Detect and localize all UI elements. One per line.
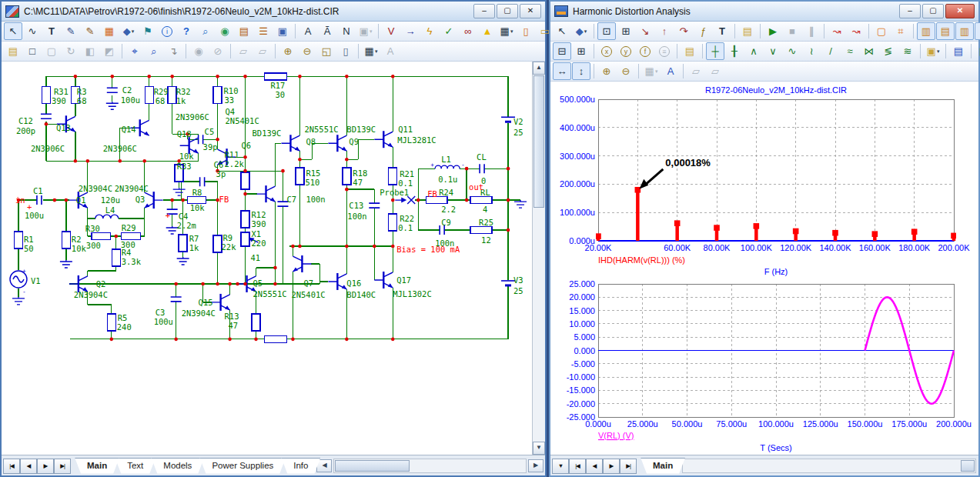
select-region-button[interactable]: ▢ — [872, 22, 891, 40]
analysis-hscroll-thumb[interactable] — [961, 460, 975, 472]
info-button[interactable]: i — [158, 22, 176, 40]
zoom-in-button[interactable]: ⊕ — [597, 62, 616, 80]
go-to-high-button[interactable]: ∿ — [783, 42, 801, 60]
find-next-button[interactable]: ⌕ — [145, 42, 163, 60]
close-button[interactable]: ✕ — [520, 4, 541, 18]
shape-gallery-button[interactable]: ◆▾ — [572, 22, 590, 40]
tab-nav-button-2[interactable]: ◀ — [586, 459, 603, 474]
border-display-button[interactable]: ▯ — [517, 22, 535, 40]
properties-button[interactable]: ▤ — [738, 22, 757, 40]
schematic-titlebar[interactable]: C:\MC11\DATA\Petrov\R1972-06\finish\R197… — [2, 2, 545, 22]
grid-dots-button[interactable]: ▦▾ — [362, 42, 380, 60]
one-curve-button[interactable]: ⊟ — [553, 42, 571, 60]
go-to-branch-button[interactable]: ≋ — [898, 42, 917, 60]
cursor-left-button[interactable]: ┼ — [706, 42, 724, 60]
delete-curve-button[interactable]: ↝ — [847, 22, 865, 40]
copy-front-button[interactable]: ▱ — [687, 62, 705, 80]
show-node-voltages-button[interactable]: V — [382, 22, 400, 40]
scale-mode-button[interactable]: ⊡ — [597, 22, 616, 40]
edit-limits-button[interactable]: ▤ — [681, 42, 699, 60]
analysis-titlebar[interactable]: Harmonic Distortion Analysis –▢✕ — [550, 2, 978, 22]
panel-single-button[interactable]: ▯ — [975, 22, 980, 40]
show-warnings-button[interactable]: ▲ — [478, 22, 497, 40]
scroll-thumb[interactable] — [533, 75, 544, 208]
zoom-region-button[interactable]: ⌗ — [891, 22, 910, 40]
go-to-cross-button[interactable]: ⋈ — [860, 42, 878, 60]
close-button[interactable]: ✕ — [945, 4, 975, 18]
scroll-down-button[interactable]: ▼ — [533, 442, 545, 455]
panel-horizontal-button[interactable]: ▤ — [936, 22, 955, 40]
stop-button[interactable]: ■ — [783, 22, 801, 40]
show-probe-values-button[interactable]: ∞ — [459, 22, 477, 40]
send-back-button[interactable]: ▱ — [253, 42, 272, 60]
schematic-tab-power-supplies[interactable]: Power Supplies — [199, 458, 286, 474]
goto-flag-button[interactable]: ↴ — [164, 42, 182, 60]
flag-mode-button[interactable]: ⚑ — [139, 22, 157, 40]
panel-vertical-button[interactable]: ▥ — [917, 22, 935, 40]
schematic-tab-info[interactable]: Info — [281, 458, 320, 474]
text-mode-button[interactable]: T — [713, 22, 731, 40]
formula-text-button[interactable]: ƒ — [694, 22, 712, 40]
flip-x-button[interactable]: ◧ — [81, 42, 99, 60]
run-button[interactable]: ▶ — [764, 22, 782, 40]
go-to-low-button[interactable]: ≀ — [802, 42, 821, 60]
find-button[interactable]: ⌖ — [125, 42, 144, 60]
tab-nav-button-2[interactable]: ▶ — [37, 459, 54, 474]
horizontal-tag-button[interactable]: ↷ — [674, 22, 693, 40]
zoom-in-button[interactable]: ⊕ — [279, 42, 297, 60]
analysis-horizontal-scrollbar[interactable] — [682, 459, 976, 473]
select-mode-button[interactable]: ↖ — [4, 22, 22, 40]
x-axis-settings-button[interactable]: x — [597, 42, 616, 60]
tab-nav-button-1[interactable]: |◀ — [569, 459, 586, 474]
font-button[interactable]: A — [381, 42, 400, 60]
wire-mode-button[interactable]: ∿ — [23, 22, 42, 40]
flip-y-button[interactable]: ◩ — [100, 42, 119, 60]
text-mode-button[interactable]: T — [42, 22, 61, 40]
scroll-up-button[interactable]: ▲ — [533, 62, 545, 75]
font-button[interactable]: A — [661, 62, 680, 80]
copy-back-button[interactable]: ▱ — [706, 62, 724, 80]
show-grid-text-button[interactable]: Ã — [318, 22, 336, 40]
hscroll-thumb[interactable] — [335, 460, 410, 472]
add-curve-button[interactable]: ↝ — [828, 22, 846, 40]
go-to-valley-button[interactable]: ∨ — [764, 42, 782, 60]
shape-gallery-button[interactable]: ◆▾ — [119, 22, 138, 40]
show-conditions-button[interactable]: ✓ — [440, 22, 458, 40]
clipboard-copy-button[interactable]: ▣▾ — [924, 42, 942, 60]
paste-part-button[interactable]: ▣▾ — [356, 22, 375, 40]
page-mode-button[interactable]: ▯ — [336, 42, 355, 60]
grid-options-button[interactable]: ▦▾ — [497, 22, 516, 40]
tab-nav-button-1[interactable]: ◀ — [20, 459, 37, 474]
charts-canvas[interactable]: R1972-06Neulo_v2M_10kHz-dist.CIR0.000u10… — [550, 82, 978, 455]
zoom-100-button[interactable]: ◱ — [317, 42, 336, 60]
attributes-button[interactable]: ▤ — [4, 42, 22, 60]
tab-nav-button-3[interactable]: ▶| — [54, 459, 71, 474]
minimize-button[interactable]: – — [899, 4, 921, 18]
stop-search-button[interactable]: ⊘ — [209, 42, 227, 60]
show-power-button[interactable]: ϟ — [420, 22, 439, 40]
schematic-horizontal-scrollbar[interactable] — [333, 459, 527, 473]
schematic-tab-main[interactable]: Main — [75, 458, 119, 474]
step-down-button[interactable]: ◉ — [189, 42, 208, 60]
minimize-button[interactable]: – — [473, 4, 495, 18]
cursor-mode-button[interactable]: ⊞ — [617, 22, 635, 40]
graphics-mode-button[interactable]: ✎ — [62, 22, 80, 40]
auto-scale-x-button[interactable]: ↔ — [553, 62, 571, 80]
panel-stacked-button[interactable]: ▥ — [955, 22, 974, 40]
show-node-numbers-button[interactable]: N — [337, 22, 356, 40]
axis-menu-button[interactable]: ≡ — [655, 42, 674, 60]
bring-forward-button[interactable]: ▱ — [234, 42, 253, 60]
select-all-button[interactable]: □ — [23, 42, 42, 60]
select-mode-button[interactable]: ↖ — [553, 22, 571, 40]
help-button[interactable]: ? — [177, 22, 196, 40]
schematic-tab-text[interactable]: Text — [115, 458, 156, 474]
point-tag-button[interactable]: ↘ — [636, 22, 654, 40]
design-checklist-button[interactable]: ▣ — [273, 22, 292, 40]
cursor-right-button[interactable]: ╂ — [725, 42, 744, 60]
schematic-canvas[interactable]: R31390R368C2100uR2968R321kC12200pQ13Q142… — [2, 62, 532, 455]
part-browser-button[interactable]: ▦ — [100, 22, 119, 40]
go-to-envelope-button[interactable]: ≈ — [841, 42, 859, 60]
cursor-lines-button[interactable]: ⊞ — [572, 42, 590, 60]
model-assist-button[interactable]: ◉ — [216, 22, 234, 40]
maximize-button[interactable]: ▢ — [497, 4, 518, 18]
